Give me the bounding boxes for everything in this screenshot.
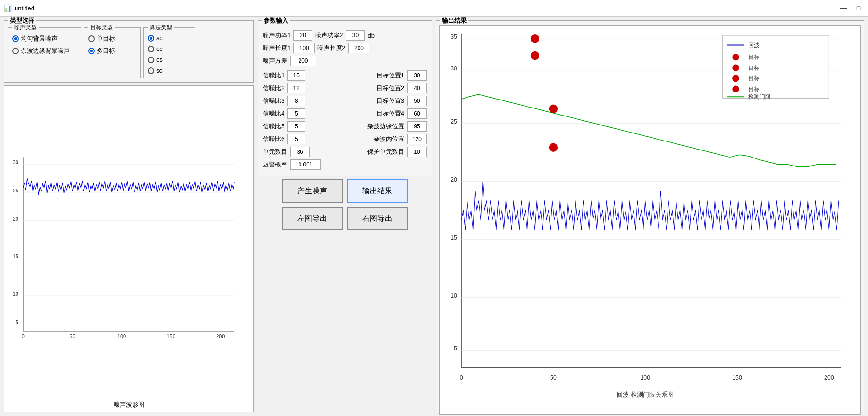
target-type-multi-radio[interactable]: [88, 48, 95, 54]
target-pos1-input[interactable]: [407, 70, 427, 81]
buttons-container: 产生噪声 输出结果 左图导出 右图导出: [258, 179, 432, 230]
target-pos2-input[interactable]: [407, 83, 427, 93]
svg-text:0: 0: [22, 333, 25, 339]
snr5-input[interactable]: [287, 121, 305, 132]
noise-type-uniform-radio[interactable]: [12, 35, 19, 42]
snr2-label: 信噪比2: [263, 84, 284, 92]
noise-type-radio-group: 均匀背景噪声 杂波边缘背景噪声: [12, 34, 77, 55]
app-title: untitled: [15, 5, 34, 12]
noise-power2-label: 噪声功率2: [315, 31, 343, 40]
param-row-false-prob: 虚警概率: [263, 159, 427, 170]
algo-type-oc-radio[interactable]: [148, 46, 154, 52]
left-panel: 类型选择 噪声类型 均匀背景噪声 杂波边缘背景噪声: [4, 20, 254, 412]
param-row-cell: 单元数目 保护单元数目: [263, 147, 427, 157]
noise-len1-input[interactable]: [293, 43, 315, 53]
snr2-input[interactable]: [287, 83, 305, 93]
svg-point-44: [732, 54, 739, 60]
param-row-snr6: 信噪比6 杂波内位置: [263, 134, 427, 144]
target-dot-2: [531, 51, 539, 60]
algo-type-so-radio[interactable]: [148, 67, 154, 74]
svg-text:25: 25: [13, 188, 18, 193]
snr3-input[interactable]: [287, 96, 305, 106]
algo-type-ac[interactable]: ac: [148, 34, 191, 42]
param-row-snr5: 信噪比5 杂波边缘位置: [263, 121, 427, 132]
maximize-button[interactable]: □: [853, 2, 864, 14]
noise-len2-label: 噪声长度2: [317, 44, 345, 52]
target-type-radio-group: 单目标 多目标: [88, 34, 136, 55]
target-type-single-label: 单目标: [97, 34, 115, 43]
svg-text:10: 10: [451, 292, 457, 299]
cell-num-input[interactable]: [290, 147, 310, 157]
noise-type-clutter[interactable]: 杂波边缘背景噪声: [12, 47, 77, 55]
target-type-multi[interactable]: 多目标: [88, 47, 136, 55]
svg-text:回波-检测门限关系图: 回波-检测门限关系图: [617, 391, 674, 398]
svg-text:200: 200: [824, 374, 834, 381]
target-pos4-input[interactable]: [407, 108, 427, 119]
algo-type-os[interactable]: os: [148, 56, 191, 63]
param-row-noise-power: 噪声功率1 噪声功率2 db: [263, 30, 427, 41]
clutter-edge-pos-label: 杂波边缘位置: [367, 122, 404, 131]
param-row-snr1: 信噪比1 目标位置1: [263, 70, 427, 81]
guard-cell-num-input[interactable]: [407, 147, 427, 157]
target-pos2-label: 目标位置2: [376, 84, 404, 92]
svg-text:20: 20: [13, 216, 18, 222]
target-type-single-radio[interactable]: [88, 35, 95, 42]
target-type-box: 目标类型 单目标 多目标: [84, 27, 141, 78]
snr4-label: 信噪比4: [263, 109, 284, 118]
svg-text:目标: 目标: [748, 86, 760, 92]
output-chart-svg: 35 30 25 20 15 10 5 0 50 100 150 200 回波-…: [440, 26, 860, 414]
noise-power1-input[interactable]: [293, 30, 312, 41]
export-right-button[interactable]: 右图导出: [347, 207, 408, 230]
window-controls: — □: [838, 2, 864, 14]
param-row-snr4: 信噪比4 目标位置4: [263, 108, 427, 119]
snr4-input[interactable]: [287, 108, 305, 119]
minimize-button[interactable]: —: [838, 2, 849, 14]
right-panel: 输出结果 35 30 25 20 15 10 5 0 50 100 150 20…: [436, 20, 864, 412]
svg-text:5: 5: [16, 319, 18, 325]
algo-type-oc[interactable]: oc: [148, 45, 191, 52]
noise-len2-input[interactable]: [348, 43, 369, 53]
algo-type-os-label: os: [156, 56, 163, 63]
svg-point-48: [732, 75, 739, 82]
noise-type-clutter-label: 杂波边缘背景噪声: [21, 47, 70, 55]
svg-text:0: 0: [460, 374, 463, 381]
snr6-input[interactable]: [287, 134, 305, 144]
snr1-input[interactable]: [287, 70, 305, 81]
algo-type-radio-group: ac oc os so: [148, 34, 191, 74]
svg-text:25: 25: [451, 118, 457, 125]
clutter-edge-pos-input[interactable]: [407, 121, 427, 132]
action-buttons-row1: 产生噪声 输出结果: [282, 179, 408, 203]
svg-point-46: [732, 64, 739, 71]
noise-type-uniform[interactable]: 均匀背景噪声: [12, 34, 77, 43]
title-bar: 📊 untitled — □: [0, 0, 868, 17]
svg-text:200: 200: [216, 333, 225, 339]
clutter-inner-pos-label: 杂波内位置: [374, 135, 404, 143]
noise-power2-input[interactable]: [346, 30, 365, 41]
target-pos3-label: 目标位置3: [376, 97, 404, 105]
false-prob-input[interactable]: [290, 159, 321, 170]
target-type-single[interactable]: 单目标: [88, 34, 136, 43]
noise-type-clutter-radio[interactable]: [12, 48, 19, 54]
algo-type-os-radio[interactable]: [148, 57, 154, 63]
param-row-snr2: 信噪比2 目标位置2: [263, 83, 427, 93]
algo-type-ac-radio[interactable]: [148, 35, 154, 42]
noise-type-box: 噪声类型 均匀背景噪声 杂波边缘背景噪声: [8, 27, 81, 78]
params-box: 参数输入 噪声功率1 噪声功率2 db 噪声长度1 噪声长度2 噪声方差: [258, 20, 432, 176]
svg-text:15: 15: [451, 234, 457, 241]
svg-text:目标: 目标: [748, 75, 760, 82]
noise-type-uniform-label: 均匀背景噪声: [21, 34, 58, 43]
export-left-button[interactable]: 左图导出: [282, 207, 343, 230]
svg-text:100: 100: [117, 333, 126, 339]
algo-type-so[interactable]: so: [148, 67, 191, 74]
unit-db: db: [367, 32, 374, 39]
noise-var-input[interactable]: [290, 56, 316, 66]
noise-chart-area: 30 25 20 15 10 5 0 50 100 150 200: [4, 85, 254, 412]
target-pos3-input[interactable]: [407, 96, 427, 106]
clutter-inner-pos-input[interactable]: [407, 134, 427, 144]
generate-noise-button[interactable]: 产生噪声: [282, 179, 343, 203]
param-row-noise-len: 噪声长度1 噪声长度2: [263, 43, 427, 53]
output-result-button[interactable]: 输出结果: [347, 179, 408, 203]
svg-text:20: 20: [451, 176, 457, 183]
noise-chart-title: 噪声波形图: [4, 400, 253, 409]
noise-power1-label: 噪声功率1: [263, 31, 291, 40]
